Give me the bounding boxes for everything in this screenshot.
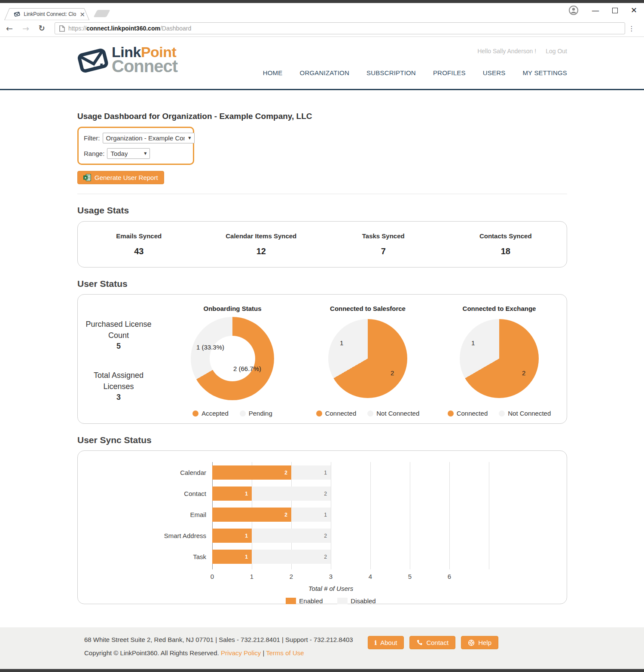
bar-segment-enabled: 1 [212,529,252,543]
excel-icon: x [83,174,91,181]
filter-select[interactable]: Organization - Example Compa ▼ [103,133,195,143]
generate-button-label: Generate User Report [95,174,158,181]
bar-segment-enabled: 1 [212,487,252,501]
x-axis-label: Total # of Users [212,585,449,592]
nav-item-organization[interactable]: ORGANIZATION [300,69,349,76]
greeting-text: Hello Sally Anderson ! [477,48,536,55]
url-scheme: https:// [68,25,86,32]
help-button[interactable]: Help [461,636,498,649]
site-header: LinkPoint Connect Hello Sally Anderson !… [0,37,644,90]
linkpoint-logo[interactable]: LinkPoint Connect [76,45,177,76]
x-axis-tick: 6 [441,573,458,580]
slice-label: 2 (66.7%) [233,365,261,372]
legend-label: Enabled [299,597,323,605]
browser-menu-icon[interactable]: ⋮ [625,24,638,33]
legend-label: Disabled [351,597,375,605]
privacy-policy-link[interactable]: Privacy Policy [221,649,261,657]
footer-copyright-line: Copyright © LinkPoint360. All Rights Res… [84,647,353,660]
range-select-value: Today [110,150,128,157]
refresh-icon[interactable]: ↻ [39,24,45,32]
x-axis-tick: 2 [283,573,300,580]
chevron-down-icon: ▼ [185,136,191,140]
maximize-icon[interactable] [612,8,618,13]
generate-user-report-button[interactable]: x Generate User Report [77,171,164,184]
bar-segment-disabled: 1 [291,508,331,522]
divider [77,194,567,194]
chevron-down-icon: ▼ [140,152,147,155]
license-block: Purchased License Count 5 Total Assigned… [78,305,159,423]
forward-icon[interactable]: → [22,24,29,33]
main-nav: HOME ORGANIZATION SUBSCRIPTION PROFILES … [263,69,567,76]
chart-legend: AcceptedPending [181,410,284,417]
chart-legend: ConnectedNot Connected [446,410,553,417]
connected-to-exchange-chart: Connected to Exchange21ConnectedNot Conn… [446,305,553,423]
legend-dot [499,410,505,417]
chart-title: Onboarding Status [181,305,284,312]
x-axis-tick: 4 [362,573,379,580]
legend-dot [448,410,454,417]
bar-segment-enabled: 2 [212,508,291,522]
nav-item-home[interactable]: HOME [263,69,283,76]
chart-legend: EnabledDisabled [212,597,449,605]
tab-close-icon[interactable]: ✕ [79,11,85,18]
connected-to-salesforce-chart: Connected to Salesforce21ConnectedNot Co… [314,305,421,423]
life-ring-icon [468,639,475,646]
pie-area: 21 [446,317,553,403]
stat-emails-synced: Emails Synced 43 [78,232,200,256]
close-window-icon[interactable]: ✕ [631,6,637,14]
nav-item-users[interactable]: USERS [483,69,506,76]
back-icon[interactable]: ← [6,24,13,33]
x-axis-ticks: 0123456 [212,573,489,582]
new-tab-button[interactable] [93,10,110,17]
bar-row: Email21 [212,508,489,522]
x-axis-tick: 1 [243,573,260,580]
legend-dot [367,410,373,417]
slice-label: 2 [391,369,394,377]
user-sync-status-chart: Calendar21Contact12Email21Smart Address1… [212,462,567,605]
nav-item-profiles[interactable]: PROFILES [433,69,466,76]
about-button[interactable]: i About [368,636,404,649]
slice-label: 2 [522,369,525,377]
user-sync-status-heading: User Sync Status [77,435,567,445]
legend-label: Not Connected [376,410,419,417]
user-status-heading: User Status [77,279,567,289]
stat-contacts-synced: Contacts Synced 18 [445,232,567,256]
legend-item: Disabled [337,597,375,605]
range-select[interactable]: Today ▼ [107,148,150,159]
legend-label: Connected [325,410,357,417]
logout-link[interactable]: Log Out [546,48,567,55]
browser-tab[interactable]: LinkPoint Connect: Cloud ✕ [4,8,89,20]
bar-row: Contact12 [212,487,489,501]
bar-row: Calendar21 [212,465,489,480]
contact-button[interactable]: Contact [409,636,455,649]
bar-category-label: Calendar [112,465,206,480]
bar-category-label: Email [112,508,206,522]
profile-icon[interactable] [568,5,579,15]
url-host: connect.linkpoint360.com [86,25,160,32]
legend-dot [192,410,198,417]
footer-copyright: Copyright © LinkPoint360. All Rights Res… [84,649,219,657]
bar-row: Smart Address12 [212,529,489,543]
nav-item-my-settings[interactable]: MY SETTINGS [522,69,567,76]
minimize-icon[interactable]: — [592,6,599,14]
bar-segment-enabled: 1 [212,550,252,564]
terms-of-use-link[interactable]: Terms of Use [266,649,304,657]
page-title: Usage Dashboard for Organization - Examp… [77,90,567,121]
legend-item: Pending [240,410,272,417]
legend-swatch [286,598,296,604]
chart-legend: ConnectedNot Connected [314,410,421,417]
footer-separator: | [262,649,264,657]
url-path: /Dashboard [160,25,191,32]
envelope-logo-icon [76,45,109,76]
filter-label: Filter: [84,134,100,142]
purchased-license-count: Purchased License Count 5 [78,319,159,351]
axis-box: Total # of UsersEnabledDisabled [212,585,449,605]
slice-label: 1 [340,339,343,347]
nav-item-subscription[interactable]: SUBSCRIPTION [366,69,416,76]
legend-dot [240,410,246,417]
legend-item: Connected [448,410,488,417]
browser-toolbar: ← → ↻ https://connect.linkpoint360.com/D… [0,20,644,37]
legend-label: Connected [457,410,488,417]
range-label: Range: [84,150,104,157]
url-bar[interactable]: https://connect.linkpoint360.com/Dashboa… [55,22,625,34]
